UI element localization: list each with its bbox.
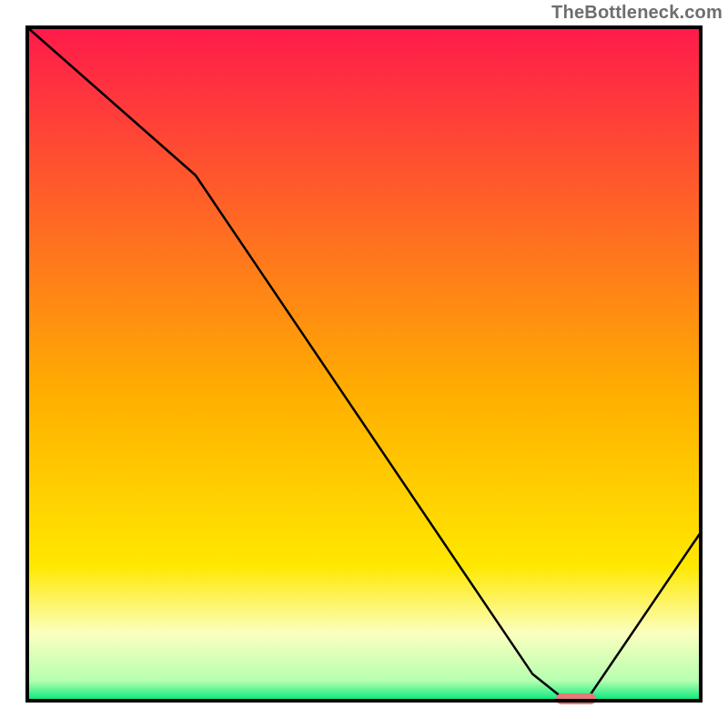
plot-background (27, 27, 701, 701)
bottleneck-chart: TheBottleneck.com (0, 0, 728, 728)
watermark-text: TheBottleneck.com (551, 2, 723, 23)
chart-svg (0, 0, 728, 728)
